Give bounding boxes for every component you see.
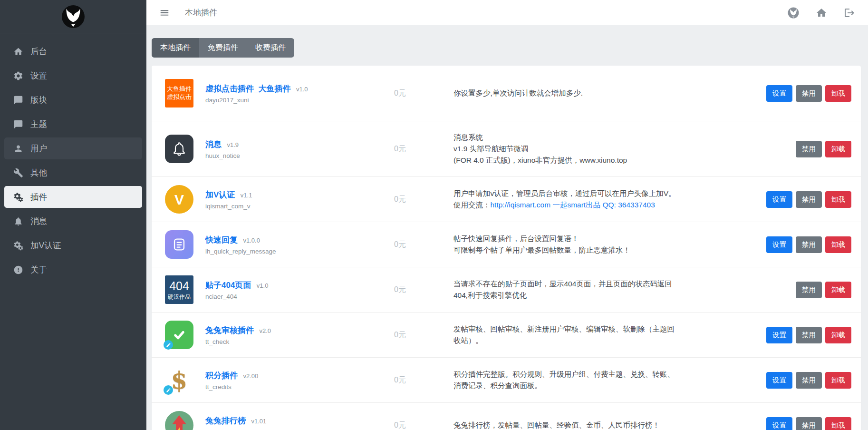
plugin-description-text: (FOR 4.0 正式版)，xiuno非官方提供，www.xiuno.top: [453, 156, 627, 164]
settings-button[interactable]: 设置: [766, 191, 792, 208]
plugin-icon: [165, 230, 193, 259]
sidebar-item-about[interactable]: 关于: [4, 259, 142, 281]
plugin-row: V 加V认证 v1.1 iqismart_com_v 0元 用户申请加v认证，管…: [152, 176, 861, 222]
disable-button[interactable]: 禁用: [796, 417, 822, 430]
plugin-name-link[interactable]: 兔兔审核插件: [205, 326, 254, 335]
uninstall-button[interactable]: 卸载: [825, 417, 851, 430]
plugin-description: 兔兔排行榜，发帖量、回帖量、经验值、金币、人民币排行榜！: [453, 420, 677, 430]
uninstall-button[interactable]: 卸载: [825, 236, 851, 253]
disable-button[interactable]: 禁用: [796, 141, 822, 157]
plugin-description: 帖子快速回复插件，后台设置回复语！可限制每个帖子单用户最多回帖数量，防止恶意灌水…: [453, 233, 677, 256]
sidebar-item-label: 其他: [30, 167, 47, 178]
disable-button[interactable]: 禁用: [796, 236, 822, 253]
plugin-icon: 404硬汉作品: [165, 275, 193, 304]
plugin-author-id: tt_check: [205, 338, 382, 345]
sidebar-item-settings[interactable]: 设置: [4, 65, 142, 87]
sign-out-icon[interactable]: [844, 7, 855, 19]
plugin-version: v1.0.0: [243, 237, 260, 244]
pencil-badge-icon: [164, 340, 173, 350]
uninstall-button[interactable]: 卸载: [825, 85, 851, 102]
disable-button[interactable]: 禁用: [796, 191, 822, 208]
sidebar-item-label: 后台: [30, 46, 47, 57]
sidebar-item-label: 用户: [30, 143, 47, 154]
tab-local-plugins[interactable]: 本地插件: [152, 38, 199, 58]
plugin-icon-text: 大鱼插件: [167, 85, 192, 93]
topbar: 本地插件: [146, 0, 868, 25]
comment-icon: [13, 95, 23, 105]
sidebar: 后台设置版块主题用户其他插件消息加V认证关于: [0, 0, 146, 430]
plugin-description-text: 消息系统: [453, 133, 483, 141]
plugin-author-id: tt_credits: [205, 383, 382, 391]
plugin-description: 发帖审核、回帖审核、新注册用户审核、编辑审核、软删除（主题回收站）。: [453, 323, 677, 346]
plugin-name-link[interactable]: 贴子404页面: [205, 281, 251, 290]
plugin-description-link[interactable]: http://iqismart.com 一起smart出品 QQ: 364337…: [491, 201, 655, 209]
info-icon: [13, 265, 23, 275]
home-icon[interactable]: [816, 7, 827, 19]
plugin-name-link[interactable]: 消息: [205, 140, 222, 149]
sidebar-item-forums[interactable]: 版块: [4, 89, 142, 111]
uninstall-button[interactable]: 卸载: [825, 282, 851, 298]
plugin-description-text: 当请求不存在的贴子页面时，显示404页面，并且页面的状态码返回404,利于搜索引…: [453, 280, 672, 299]
plugin-actions: 设置禁用卸载: [766, 417, 851, 430]
plugin-heading: 积分插件 v2.00 tt_credits: [205, 370, 382, 391]
sidebar-item-label: 版块: [30, 94, 47, 106]
sidebar-item-users[interactable]: 用户: [4, 137, 142, 159]
disable-button[interactable]: 禁用: [796, 282, 822, 298]
plugin-icon-text: $: [171, 365, 188, 396]
wrench-icon: [13, 168, 23, 178]
disable-button[interactable]: 禁用: [796, 372, 822, 389]
plugin-description-text: 帖子快速回复插件，后台设置回复语！: [453, 235, 579, 243]
plugin-name-link[interactable]: 加V认证: [205, 190, 235, 199]
plugin-price: 0元: [382, 330, 453, 340]
uninstall-button[interactable]: 卸载: [825, 327, 851, 343]
plugin-description-text: 兔兔排行榜，发帖量、回帖量、经验值、金币、人民币排行榜！: [453, 421, 660, 429]
sidebar-item-messages[interactable]: 消息: [4, 210, 142, 232]
plugin-icon: [165, 135, 193, 163]
settings-button[interactable]: 设置: [766, 85, 792, 102]
settings-button[interactable]: 设置: [766, 417, 792, 430]
bell-icon: [13, 216, 23, 226]
plugin-name-link[interactable]: 积分插件: [205, 371, 238, 380]
sidebar-item-verification[interactable]: 加V认证: [4, 235, 142, 256]
plugin-row: 404硬汉作品 贴子404页面 v1.0 nciaer_404 0元 当请求不存…: [152, 267, 861, 312]
uninstall-button[interactable]: 卸载: [825, 191, 851, 208]
plugin-description: 你设置多少,单次访问计数就会增加多少.: [453, 88, 677, 99]
plugin-actions: 设置禁用卸载: [766, 236, 851, 253]
disable-button[interactable]: 禁用: [796, 85, 822, 102]
settings-button[interactable]: 设置: [766, 372, 792, 389]
plugin-name-link[interactable]: 快速回复: [205, 235, 238, 244]
settings-button[interactable]: 设置: [766, 327, 792, 343]
sidebar-item-other[interactable]: 其他: [4, 162, 142, 184]
plugin-row: 消息 v1.9 huux_notice 0元 消息系统v1.9 头部导航细节微调…: [152, 121, 861, 176]
xiuno-logo-icon[interactable]: [788, 7, 799, 19]
disable-button[interactable]: 禁用: [796, 327, 822, 343]
sidebar-item-dashboard[interactable]: 后台: [4, 40, 142, 62]
gear-icon: [13, 71, 23, 81]
tab-paid-plugins[interactable]: 收费插件: [247, 38, 294, 58]
plugin-icon-text: 虚拟点击: [167, 93, 192, 101]
sidebar-item-topics[interactable]: 主题: [4, 113, 142, 135]
plugin-version: v1.01: [251, 418, 266, 425]
plugin-icon-text: 硬汉作品: [168, 293, 191, 301]
plugin-icon: V: [165, 185, 193, 214]
sidebar-item-plugins[interactable]: 插件: [4, 186, 142, 208]
plugin-price: 0元: [382, 285, 453, 295]
plugin-name-link[interactable]: 虚拟点击插件_大鱼插件: [205, 84, 290, 93]
sidebar-item-label: 插件: [30, 191, 47, 203]
plugin-price: 0元: [382, 88, 453, 98]
plugin-actions: 设置禁用卸载: [766, 85, 851, 102]
tab-free-plugins[interactable]: 免费插件: [199, 38, 247, 58]
sidebar-item-label: 消息: [30, 215, 47, 227]
menu-toggle-icon[interactable]: [159, 8, 170, 18]
cogs-icon: [13, 192, 23, 202]
plugin-name-link[interactable]: 兔兔排行榜: [205, 416, 246, 425]
uninstall-button[interactable]: 卸载: [825, 372, 851, 389]
plugin-heading: 加V认证 v1.1 iqismart_com_v: [205, 189, 382, 210]
plugin-version: v1.0: [257, 282, 269, 289]
plugin-author-id: lh_quick_reply_message: [205, 248, 382, 255]
plugin-description-text: v1.9 头部导航细节微调: [453, 145, 529, 153]
uninstall-button[interactable]: 卸载: [825, 141, 851, 157]
plugin-author-id: tt_ranklist: [205, 429, 382, 430]
plugin-actions: 禁用卸载: [796, 282, 851, 298]
settings-button[interactable]: 设置: [766, 236, 792, 253]
